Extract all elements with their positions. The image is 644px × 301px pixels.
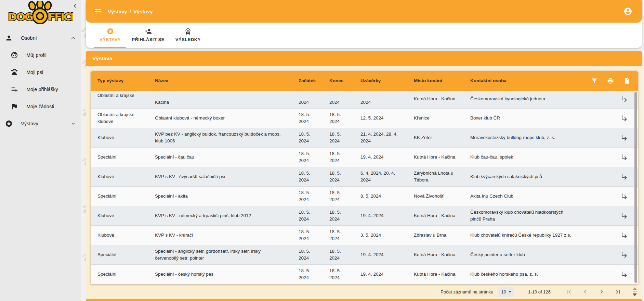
cell-type: Oblastní a krajskéklubové [91,109,155,128]
last-page-icon[interactable] [614,288,622,296]
page-size-select[interactable]: 10 [498,287,514,297]
table-body: Oblastní a krajské Kačina 2024 2024 2024… [91,91,638,284]
print-icon[interactable] [607,77,614,84]
cell-end: 18. 5.2024 [329,187,360,206]
next-page-icon[interactable] [598,288,605,296]
cell-place: Kutná Hora - Kačina [414,148,470,167]
menu-icon[interactable] [94,7,102,15]
cell-end: 18. 5.2024 [329,167,360,186]
sidebar-item-m-j-profil[interactable]: Můj profil [0,47,81,64]
cell-actions [588,148,638,167]
cell-contact: Klub českého horského psa, z. s. [470,265,588,284]
spinner-down-icon[interactable] [633,293,637,296]
table-row[interactable]: SpeciálníSpeciální - český horský pes18.… [91,265,638,284]
sidebar-item-label: Moji psi [26,70,43,75]
column-header-place: Místo konání [414,75,470,87]
cell-actions [588,265,638,284]
tab-bar: VÝSTAVYPŘIHLÁSIT SEVÝSLEDKY [86,23,642,48]
sidebar-item-moje-p-ihl-ky[interactable]: Moje přihlášky [0,81,81,98]
table-row[interactable]: SpeciálníSpeciální - čau čau18. 5.202418… [91,148,638,167]
cell-type: Klubové [91,167,155,186]
table-row[interactable]: KlubovéKVP bez KV - anglický buldok, fra… [91,128,638,148]
scroll-spinner[interactable] [633,287,637,296]
panel-bottom-edge [86,299,642,301]
person-add-icon [145,28,152,35]
filter-icon[interactable] [591,77,598,84]
sidebar-collapse-icon[interactable] [71,2,79,10]
cell-start: 18. 5.2024 [299,265,329,284]
cell-end: 18. 5.2024 [329,265,360,284]
breadcrumb[interactable]: Výstavy / Výstavy [108,9,153,14]
enter-arrow-icon[interactable] [620,270,629,278]
column-header-type: Typ výstavy [91,75,155,87]
cell-place: Kutná Hora - Kačina [414,91,470,108]
cell-type: Oblastní a krajské [91,91,155,108]
enter-arrow-icon[interactable] [620,114,629,122]
excel-export-icon[interactable] [623,77,630,84]
enter-arrow-icon[interactable] [620,153,629,161]
table-row[interactable]: KlubovéKVP s KV - knírači18. 5.202418. 5… [91,226,638,245]
table-row[interactable]: SpeciálníSpeciální - akita18. 5.202418. … [91,187,638,206]
breadcrumb-separator: / [130,9,131,14]
cell-deadlines: 21. 4. 2024, 28. 4.2024 [360,128,414,147]
cell-name: Speciální - akita [155,187,299,206]
cell-end: 18. 5.2024 [329,206,360,225]
cell-contact: Klub chovatelů kníračů České republiky 1… [470,226,588,245]
app-bar: Výstavy / Výstavy [86,0,642,23]
enter-arrow-icon[interactable] [620,251,629,259]
main-area: Výstavy / Výstavy VÝSTAVYPŘIHLÁSIT SEVÝS… [81,0,644,301]
cell-start: 18. 5.2024 [299,245,329,264]
cell-start: 18. 5.2024 [299,148,329,167]
cell-deadlines: 19. 4. 2024 [360,245,414,264]
table-header-row: Typ výstavy Název Začátek Konec Uzávěrky… [91,71,638,91]
cell-contact: Moravskoslezský bulldog-mops klub, z. s. [470,128,588,147]
sidebar-item-moje-dosti[interactable]: Moje žádosti [0,98,81,115]
tab-přihlásit-se[interactable]: PŘIHLÁSIT SE [126,23,170,48]
enter-arrow-icon[interactable] [620,212,629,220]
table-row[interactable]: Oblastní a krajské Kačina 2024 2024 2024… [91,91,638,109]
cell-contact: Českomoravský klub chovatelů hladkosrstý… [470,206,588,225]
cell-deadlines: 3. 5. 2024 [360,226,414,245]
playlist-add-icon [11,86,18,93]
cell-contact: Český pointer a setter klub [470,245,588,264]
enter-arrow-icon[interactable] [620,95,629,103]
breadcrumb-section[interactable]: Výstavy [108,9,127,14]
spinner-up-icon[interactable] [633,287,637,290]
tab-výstavy[interactable]: VÝSTAVY [94,23,126,48]
sidebar-item-label: Moje přihlášky [26,87,58,92]
enter-arrow-icon[interactable] [620,134,629,142]
table-row[interactable]: KlubovéKVP s KV - německý a trpasličí pi… [91,206,638,226]
tab-label: VÝSTAVY [100,37,121,42]
table-scrollbar-thumb[interactable] [634,92,637,283]
cell-actions [588,91,638,108]
table-row[interactable]: SpeciálníSpeciální - anglický setr, gord… [91,245,638,265]
cell-name: Kačina [155,91,299,108]
cell-actions [588,167,638,186]
cell-actions [588,109,638,128]
cell-type: Speciální [91,265,155,284]
account-icon[interactable] [623,7,632,16]
column-header-start: Začátek [299,75,329,87]
cell-actions [588,128,638,147]
first-page-icon[interactable] [565,288,573,296]
chevron-down-icon[interactable] [70,120,77,127]
enter-arrow-icon[interactable] [620,231,629,239]
table-row[interactable]: KlubovéKVP s KV - švýcarští salašničtí p… [91,167,638,187]
cell-end: 18. 5.2024 [329,109,360,128]
sidebar-item-moji-psi[interactable]: Moji psi [0,64,81,81]
prev-page-icon[interactable] [581,288,589,296]
cell-place: Nová Živohošť [414,187,470,206]
enter-arrow-icon[interactable] [620,173,629,181]
svg-text:FFICE: FFICE [48,11,73,23]
cell-place: Kutná Hora - Kačina [414,206,470,225]
sidebar-item-v-stavy[interactable]: Výstavy [0,115,81,132]
table-row[interactable]: Oblastní a krajskéklubovéOblastní klubov… [91,109,638,128]
chevron-up-icon[interactable] [70,35,77,41]
tab-výsledky[interactable]: VÝSLEDKY [170,23,206,48]
enter-arrow-icon[interactable] [620,192,629,200]
face-icon [11,51,18,59]
cell-type: Speciální [91,148,155,167]
sidebar-item-osobn-[interactable]: Osobní [0,29,81,47]
person-icon [5,34,13,42]
breadcrumb-page[interactable]: Výstavy [133,9,153,14]
